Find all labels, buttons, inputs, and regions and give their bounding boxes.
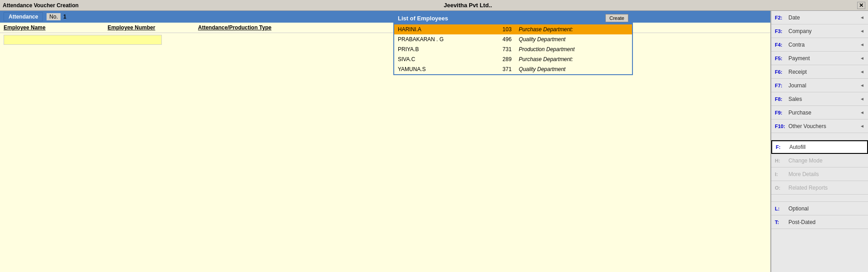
content-area: Attendance No. 1 Employee Name Employee … [0, 11, 868, 272]
sidebar-item-other-vouchers[interactable]: F10:Other Vouchers◄ [771, 119, 868, 133]
sidebar-key: I: [775, 172, 788, 177]
sidebar-label: Journal [788, 82, 806, 89]
employee-row[interactable]: PRABAKARAN . G496Quality Department [394, 34, 632, 44]
right-sidebar: F2:Date◄F3:Company◄F4:Contra◄F5:Payment◄… [771, 11, 868, 272]
sidebar-label: Receipt [788, 69, 807, 75]
sidebar-spacer [771, 133, 868, 140]
sidebar-label: Other Vouchers [788, 123, 826, 129]
main-container: Attendance Voucher Creation Jeevitha Pvt… [0, 0, 868, 272]
employee-row[interactable]: PRIYA.B731Production Department [394, 44, 632, 54]
chevron-icon: ◄ [860, 42, 864, 47]
sidebar-item-receipt[interactable]: F6:Receipt◄ [771, 65, 868, 79]
employee-number-cell: 103 [493, 24, 515, 34]
sidebar-key: F: [776, 144, 789, 150]
chevron-icon: ◄ [860, 124, 864, 129]
left-panel: Attendance No. 1 Employee Name Employee … [0, 11, 771, 272]
sidebar-key: L: [775, 206, 788, 211]
chevron-icon: ◄ [860, 83, 864, 88]
employee-dept-cell: Production Department [515, 44, 632, 54]
create-button[interactable]: Create [605, 14, 628, 22]
window-title-left: Attendance Voucher Creation [3, 2, 79, 9]
employee-table: HARINI.A103Purchase Department:PRABAKARA… [394, 24, 632, 74]
sidebar-item-autofill[interactable]: F:Autofill [771, 140, 868, 154]
sidebar-label: Optional [788, 205, 809, 212]
window-title-center: Jeevitha Pvt Ltd.. [443, 2, 492, 9]
employee-dept-cell: Purchase Department: [515, 54, 632, 64]
employee-name-cell: PRABAKARAN . G [394, 34, 493, 44]
employee-number-cell: 731 [493, 44, 515, 54]
attendance-tab[interactable]: Attendance [4, 12, 43, 21]
title-bar: Attendance Voucher Creation Jeevitha Pvt… [0, 0, 868, 11]
sidebar-key: F4: [775, 42, 788, 48]
employee-number-cell: 496 [493, 34, 515, 44]
chevron-icon: ◄ [860, 56, 864, 61]
col-header-employee-number: Employee Number [108, 24, 198, 31]
data-rows [0, 33, 770, 272]
sidebar-item-payment[interactable]: F5:Payment◄ [771, 52, 868, 65]
employee-number-cell: 289 [493, 54, 515, 64]
chevron-icon: ◄ [860, 29, 864, 33]
employee-dept-cell: Purchase Department: [515, 24, 632, 34]
data-row-input[interactable] [4, 35, 162, 45]
sidebar-spacer-2 [771, 195, 868, 202]
chevron-icon: ◄ [860, 96, 864, 101]
sidebar-key: F8: [775, 96, 788, 102]
sidebar-item-contra[interactable]: F4:Contra◄ [771, 38, 868, 52]
sidebar-item-journal[interactable]: F7:Journal◄ [771, 79, 868, 92]
sidebar-item-date[interactable]: F2:Date◄ [771, 11, 868, 24]
col-header-employee-name: Employee Name [4, 24, 108, 31]
column-headers: Employee Name Employee Number Attendance… [0, 23, 770, 33]
employee-name-cell: PRIYA.B [394, 44, 493, 54]
employee-dept-cell: Quality Department [515, 34, 632, 44]
sidebar-item-more-details: I:More Details [771, 167, 868, 181]
sidebar-key: F9: [775, 110, 788, 115]
sidebar-label: More Details [788, 171, 819, 177]
sidebar-key: H: [775, 158, 788, 163]
attendance-header: Attendance No. 1 [0, 11, 770, 23]
sidebar-key: F2: [775, 15, 788, 20]
sidebar-item-company[interactable]: F3:Company◄ [771, 24, 868, 38]
employee-name-cell: HARINI.A [394, 24, 493, 34]
sidebar-key: F7: [775, 83, 788, 88]
sidebar-item-sales[interactable]: F8:Sales◄ [771, 92, 868, 106]
sidebar-item-optional[interactable]: L:Optional [771, 202, 868, 215]
sidebar-label: Company [788, 28, 811, 34]
popup-header: List of Employees Create [394, 12, 632, 24]
sidebar-item-change-mode: H:Change Mode [771, 154, 868, 167]
sidebar-item-purchase[interactable]: F9:Purchase◄ [771, 106, 868, 119]
employee-name-input[interactable] [4, 37, 161, 43]
employee-list-popup: List of Employees Create HARINI.A103Purc… [393, 11, 633, 75]
chevron-icon: ◄ [860, 15, 864, 20]
sidebar-item-related-reports: O:Related Reports [771, 181, 868, 195]
sidebar-key: F5: [775, 56, 788, 61]
sidebar-label: Autofill [789, 144, 806, 150]
employee-number-cell: 371 [493, 64, 515, 74]
sidebar-label: Payment [788, 55, 810, 62]
employee-row[interactable]: YAMUNA.S371Quality Department [394, 64, 632, 74]
sidebar-label: Sales [788, 96, 802, 102]
popup-title: List of Employees [398, 15, 448, 22]
sidebar-label: Post-Dated [788, 219, 816, 225]
employee-row[interactable]: HARINI.A103Purchase Department: [394, 24, 632, 34]
no-label: No. [47, 13, 61, 20]
sidebar-key: F3: [775, 29, 788, 34]
sidebar-label: Change Mode [788, 157, 822, 164]
chevron-icon: ◄ [860, 110, 864, 115]
sidebar-label: Date [788, 14, 800, 21]
employee-row[interactable]: SIVA.C289Purchase Department: [394, 54, 632, 64]
sidebar-key: F10: [775, 124, 788, 129]
sidebar-key: O: [775, 185, 788, 191]
chevron-icon: ◄ [860, 69, 864, 74]
employee-name-cell: SIVA.C [394, 54, 493, 64]
sidebar-label: Contra [788, 42, 805, 48]
sidebar-label: Purchase [788, 110, 811, 116]
employee-dept-cell: Quality Department [515, 64, 632, 74]
no-value: 1 [63, 14, 66, 20]
sidebar-key: T: [775, 220, 788, 225]
employee-name-cell: YAMUNA.S [394, 64, 493, 74]
sidebar-label: Related Reports [788, 185, 828, 191]
close-button[interactable]: ✕ [857, 2, 865, 9]
sidebar-key: F6: [775, 69, 788, 75]
sidebar-item-post-dated[interactable]: T:Post-Dated [771, 215, 868, 229]
